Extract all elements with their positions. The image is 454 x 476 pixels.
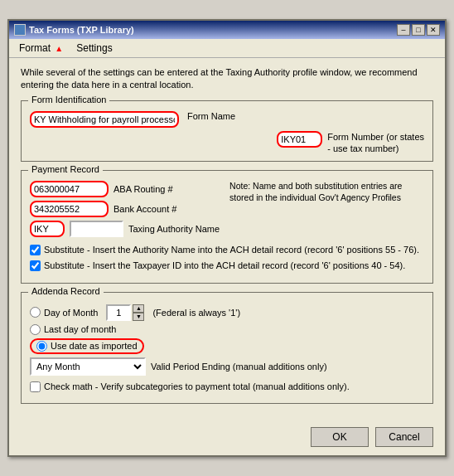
title-bar-text: Tax Forms (TXP Library) [14,24,134,36]
menu-bar: Format ▲ Settings [9,39,445,58]
minimize-button[interactable]: – [397,24,410,36]
title-bar: Tax Forms (TXP Library) – □ ✕ [9,21,445,39]
taxing-authority-input[interactable] [30,221,65,237]
check-math-label: Check math - Verify subcategories to pay… [44,381,350,393]
menu-settings[interactable]: Settings [70,41,118,56]
day-spinner-input[interactable] [106,304,131,321]
taxing-authority-label: Taxing Authority Name [128,224,220,234]
month-dropdown[interactable]: Any Month January February March April M… [30,357,146,376]
day-of-month-label: Day of Month [44,308,98,318]
substitute-taxpayer-checkbox[interactable] [30,260,41,271]
title-bar-buttons: – □ ✕ [397,24,440,36]
spinner-up-button[interactable]: ▲ [133,304,144,313]
main-content: While several of the settings can be ent… [9,58,445,421]
close-button[interactable]: ✕ [427,24,440,36]
form-name-input[interactable] [30,111,179,128]
addenda-record-group: Addenda Record Day of Month ▲ ▼ (Federal… [21,292,433,404]
payment-record-group: Payment Record ABA Routing # Bank Accoun… [21,170,433,284]
taxing-authority-name-input[interactable] [70,221,123,237]
use-date-label: Use date as imported [51,341,138,351]
payment-note: Note: Name and both substitution entries… [229,181,402,202]
check-math-checkbox[interactable] [30,381,41,392]
form-name-label: Form Name [187,111,424,121]
form-number-label: Form Number (or states [327,131,424,143]
use-date-radio[interactable] [36,341,47,352]
spinner-note: (Federal is always '1') [152,308,240,318]
payment-record-title: Payment Record [28,164,103,174]
description-text: While several of the settings can be ent… [21,66,433,92]
footer-buttons: OK Cancel [9,420,445,455]
form-identification-group: Form Identification Form Name Form Numbe… [21,100,433,163]
window-title: Tax Forms (TXP Library) [29,25,134,35]
main-window: Tax Forms (TXP Library) – □ ✕ Format ▲ S… [7,19,447,458]
last-day-radio[interactable] [30,324,41,335]
last-day-label: Last day of month [44,324,116,334]
ok-button[interactable]: OK [311,427,369,447]
valid-period-label: Valid Period Ending (manual additions on… [151,362,327,372]
bank-account-label: Bank Account # [114,204,176,214]
aba-routing-input[interactable] [30,181,109,197]
format-arrow-icon: ▲ [55,44,63,53]
substitute-authority-label: Substitute - Insert the Authority Name i… [44,244,419,256]
day-spinner-buttons: ▲ ▼ [133,304,144,321]
window-icon [14,24,26,36]
form-number-label2: - use tax number) [327,143,424,154]
spinner-down-button[interactable]: ▼ [133,313,144,321]
maximize-button[interactable]: □ [412,24,425,36]
form-number-input[interactable] [277,131,322,148]
menu-format[interactable]: Format ▲ [12,41,70,56]
bank-account-input[interactable] [30,201,109,217]
use-date-radio-wrapper: Use date as imported [30,338,144,354]
form-identification-title: Form Identification [28,95,109,104]
day-of-month-radio[interactable] [30,307,41,318]
substitute-authority-checkbox[interactable] [30,245,41,255]
substitute-taxpayer-label: Substitute - Insert the Taxpayer ID into… [44,260,405,272]
aba-routing-label: ABA Routing # [114,184,173,194]
addenda-record-title: Addenda Record [28,286,104,296]
cancel-button[interactable]: Cancel [375,427,433,447]
